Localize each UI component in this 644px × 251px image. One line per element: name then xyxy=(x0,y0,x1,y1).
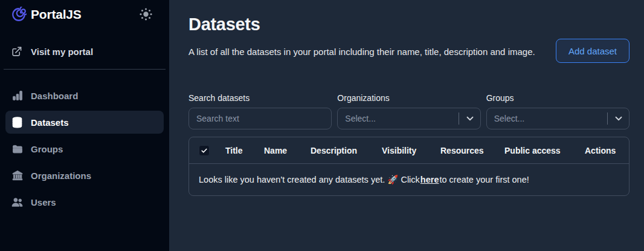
sidebar-item-label: Datasets xyxy=(31,117,69,128)
search-datasets-label: Search datasets xyxy=(188,93,332,103)
sidebar-nav: Dashboard Datasets xyxy=(0,84,169,217)
column-header-visibility: Visibility xyxy=(382,146,440,155)
organizations-select[interactable]: Select... xyxy=(337,108,480,129)
column-header-description: Description xyxy=(311,146,382,155)
bank-icon xyxy=(11,169,24,181)
sun-icon xyxy=(138,7,153,22)
create-first-dataset-link[interactable]: here xyxy=(420,175,439,184)
check-icon xyxy=(201,147,208,154)
sidebar-brand-row: PortalJS xyxy=(0,0,169,23)
folder-icon xyxy=(11,143,24,155)
datasets-table: Title Name Description Visibility Resour… xyxy=(188,137,630,196)
sidebar-item-label: Organizations xyxy=(31,171,91,181)
sidebar-item-datasets[interactable]: Datasets xyxy=(5,111,164,134)
column-header-actions: Actions xyxy=(585,146,629,155)
visit-portal-link[interactable]: Visit my portal xyxy=(0,46,169,57)
spiral-logo-icon xyxy=(11,7,27,22)
organizations-filter-group: Organizations Select... xyxy=(337,93,480,129)
table-header-row: Title Name Description Visibility Resour… xyxy=(189,137,629,164)
brand-name: PortalJS xyxy=(31,7,82,22)
bar-chart-icon xyxy=(11,90,24,102)
sidebar-item-organizations[interactable]: Organizations xyxy=(5,164,164,187)
title-block: Datasets A list of all the datasets in y… xyxy=(188,0,535,63)
theme-toggle-button[interactable] xyxy=(137,5,155,23)
organizations-label: Organizations xyxy=(337,93,480,103)
groups-filter-group: Groups Select... xyxy=(486,93,630,129)
sidebar-divider xyxy=(4,69,166,70)
visit-portal-label: Visit my portal xyxy=(31,47,93,57)
sidebar: PortalJS xyxy=(0,0,169,251)
chevron-down-icon xyxy=(465,113,475,124)
database-icon xyxy=(11,116,24,129)
chevron-down-icon xyxy=(613,113,624,124)
column-header-public-access: Public access xyxy=(504,146,585,155)
groups-select-placeholder: Select... xyxy=(494,114,607,123)
search-datasets-input[interactable] xyxy=(188,108,332,129)
page-description: A list of all the datasets in your porta… xyxy=(188,47,535,57)
main-content: Datasets A list of all the datasets in y… xyxy=(169,0,644,251)
empty-state-row: Looks like you haven't created any datas… xyxy=(189,164,629,195)
page-title: Datasets xyxy=(188,15,535,34)
sidebar-item-label: Users xyxy=(31,197,56,207)
groups-select[interactable]: Select... xyxy=(486,108,630,129)
sidebar-item-dashboard[interactable]: Dashboard xyxy=(5,84,164,107)
app-window: PortalJS xyxy=(0,0,644,251)
page-header: Datasets A list of all the datasets in y… xyxy=(188,0,630,63)
sidebar-item-label: Groups xyxy=(31,144,63,154)
sidebar-item-label: Dashboard xyxy=(31,91,78,101)
select-all-checkbox[interactable] xyxy=(199,145,210,156)
groups-label: Groups xyxy=(486,93,630,103)
empty-state-text-after: to create your first one! xyxy=(439,175,529,184)
search-filter-group: Search datasets xyxy=(188,93,332,129)
column-header-resources: Resources xyxy=(440,146,504,155)
external-link-icon xyxy=(11,46,22,57)
organizations-select-placeholder: Select... xyxy=(345,114,458,123)
brand-home-link[interactable]: PortalJS xyxy=(11,7,82,22)
select-divider xyxy=(607,112,608,125)
add-dataset-button[interactable]: Add dataset xyxy=(556,39,630,63)
select-all-cell xyxy=(199,145,225,156)
column-header-name: Name xyxy=(264,146,311,155)
select-divider xyxy=(459,112,459,125)
empty-state-text-before: Looks like you haven't created any datas… xyxy=(199,175,420,185)
sidebar-item-groups[interactable]: Groups xyxy=(5,137,164,160)
sidebar-item-users[interactable]: Users xyxy=(5,191,164,214)
column-header-title: Title xyxy=(225,146,264,155)
filters-row: Search datasets Organizations Select... … xyxy=(188,93,630,129)
users-icon xyxy=(11,196,24,209)
